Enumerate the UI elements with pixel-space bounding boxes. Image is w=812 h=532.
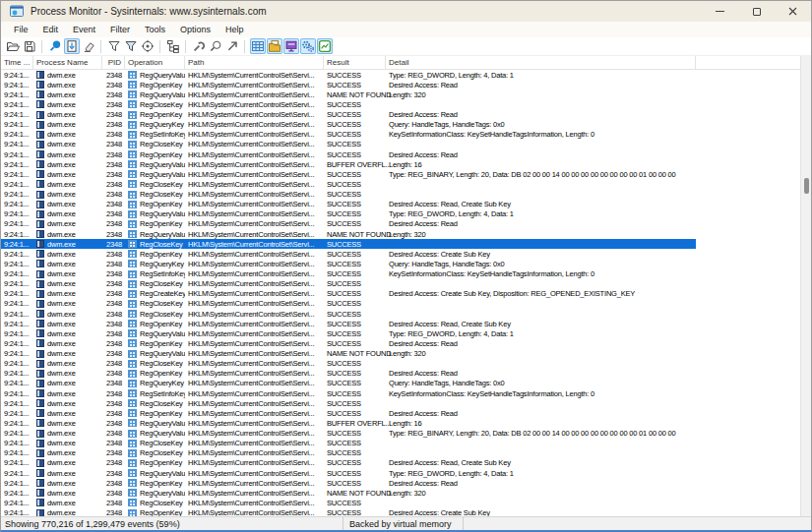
event-path: HKLM\System\CurrentControlSet\Servi... bbox=[185, 239, 324, 249]
event-row[interactable]: 9:24:1...dwm.exe2348RegQueryKeyHKLM\Syst… bbox=[1, 120, 696, 130]
menu-edit[interactable]: Edit bbox=[36, 25, 67, 34]
event-row[interactable]: 9:24:1...dwm.exe2348RegCloseKeyHKLM\Syst… bbox=[1, 398, 696, 408]
minimize-button[interactable] bbox=[702, 1, 738, 22]
event-row[interactable]: 9:24:1...dwm.exe2348RegQueryKeyHKLM\Syst… bbox=[1, 259, 696, 268]
event-row[interactable]: 9:24:1...dwm.exe2348RegOpenKeyHKLM\Syste… bbox=[1, 369, 696, 379]
registry-operation-icon bbox=[128, 111, 137, 119]
event-detail: Length: 16 bbox=[386, 159, 696, 169]
event-row[interactable]: 9:24:1...dwm.exe2348RegOpenKeyHKLM\Syste… bbox=[1, 478, 696, 488]
open-button[interactable] bbox=[5, 38, 21, 54]
event-row[interactable]: 9:24:1...dwm.exe2348RegSetInfoKeyHKLM\Sy… bbox=[1, 130, 696, 140]
event-row[interactable]: 9:24:1...dwm.exe2348RegQueryValueHKLM\Sy… bbox=[1, 488, 696, 498]
show-registry-activity-button[interactable] bbox=[250, 38, 266, 54]
find-button[interactable] bbox=[208, 38, 223, 54]
event-path: HKLM\System\CurrentControlSet\Servi... bbox=[185, 388, 324, 398]
event-detail: Query: HandleTags, HandleTags: 0x0 bbox=[386, 259, 696, 268]
event-row[interactable]: 9:24:1...dwm.exe2348RegQueryKeyHKLM\Syst… bbox=[1, 379, 696, 388]
scrollbar-thumb[interactable] bbox=[804, 178, 809, 194]
jump-to-button[interactable] bbox=[224, 38, 240, 54]
menu-help[interactable]: Help bbox=[219, 25, 252, 34]
event-row[interactable]: 9:24:1...dwm.exe2348RegCloseKeyHKLM\Syst… bbox=[1, 498, 696, 507]
event-row[interactable]: 9:24:1...dwm.exe2348RegCloseKeyHKLM\Syst… bbox=[1, 299, 696, 309]
event-row[interactable]: 9:24:1...dwm.exe2348RegOpenKeyHKLM\Syste… bbox=[1, 408, 696, 418]
event-row[interactable]: 9:24:1...dwm.exe2348RegSetInfoKeyHKLM\Sy… bbox=[1, 388, 696, 398]
show-process-activity-button[interactable] bbox=[300, 38, 316, 54]
event-row[interactable]: 9:24:1...dwm.exe2348RegSetInfoKeyHKLM\Sy… bbox=[1, 269, 696, 279]
event-row[interactable]: 9:24:1...dwm.exe2348RegOpenKeyHKLM\Syste… bbox=[1, 110, 696, 120]
event-row[interactable]: 9:24:1...dwm.exe2348RegCloseKeyHKLM\Syst… bbox=[1, 279, 696, 289]
process-window-icon bbox=[36, 131, 44, 139]
include-process-from-window-button[interactable] bbox=[140, 38, 156, 54]
event-row[interactable]: 9:24:1...dwm.exe2348RegOpenKeyHKLM\Syste… bbox=[1, 458, 696, 468]
event-row[interactable]: 9:24:1...dwm.exe2348RegQueryValueHKLM\Sy… bbox=[1, 159, 696, 169]
event-row[interactable]: 9:24:1...dwm.exe2348RegOpenKeyHKLM\Syste… bbox=[1, 338, 696, 348]
event-row[interactable]: 9:24:1...dwm.exe2348RegCloseKeyHKLM\Syst… bbox=[1, 359, 696, 369]
filter-button[interactable] bbox=[106, 38, 122, 54]
event-row[interactable]: 9:24:1...dwm.exe2348RegOpenKeyHKLM\Syste… bbox=[1, 249, 696, 259]
event-row[interactable]: 9:24:1...dwm.exe2348RegCloseKeyHKLM\Syst… bbox=[1, 448, 696, 458]
statusbar: Showing 770,216 of 1,299,479 events (59%… bbox=[1, 516, 811, 530]
clear-button[interactable] bbox=[81, 38, 96, 54]
column-header-time[interactable]: Time ... bbox=[1, 56, 33, 69]
event-row[interactable]: 9:24:1...dwm.exe2348RegQueryValueHKLM\Sy… bbox=[1, 229, 696, 239]
process-window-icon bbox=[36, 111, 44, 119]
show-file-system-activity-icon bbox=[268, 39, 281, 53]
highlight-button[interactable] bbox=[123, 38, 139, 54]
event-row[interactable]: 9:24:1...dwm.exe2348RegQueryValueHKLM\Sy… bbox=[1, 70, 696, 80]
column-header-pid[interactable]: PID bbox=[102, 56, 125, 69]
process-window-icon bbox=[36, 270, 44, 278]
event-row[interactable]: 9:24:1...dwm.exe2348RegQueryValueHKLM\Sy… bbox=[1, 429, 696, 439]
event-operation: RegCloseKey bbox=[125, 279, 185, 289]
column-header-result[interactable]: Result bbox=[324, 56, 386, 69]
menu-filter[interactable]: Filter bbox=[103, 25, 138, 34]
show-profiling-events-button[interactable] bbox=[317, 38, 333, 54]
event-row[interactable]: 9:24:1...dwm.exe2348RegOpenKeyHKLM\Syste… bbox=[1, 319, 696, 328]
save-button[interactable] bbox=[22, 38, 37, 54]
event-path: HKLM\System\CurrentControlSet\Servi... bbox=[185, 369, 324, 379]
event-row[interactable]: 9:24:1...dwm.exe2348RegQueryValueHKLM\Sy… bbox=[1, 468, 696, 478]
event-row[interactable]: 9:24:1...dwm.exe2348RegQueryValueHKLM\Sy… bbox=[1, 169, 696, 179]
event-row[interactable]: 9:24:1...dwm.exe2348RegCloseKeyHKLM\Syst… bbox=[1, 309, 696, 319]
event-row[interactable]: 9:24:1...dwm.exe2348RegOpenKeyHKLM\Syste… bbox=[1, 200, 696, 209]
capture-button[interactable] bbox=[47, 38, 63, 54]
event-row-selected[interactable]: 9:24:1...dwm.exe2348RegCloseKeyHKLM\Syst… bbox=[1, 239, 696, 249]
event-operation: RegOpenKey bbox=[125, 478, 185, 488]
event-operation: RegSetInfoKey bbox=[125, 388, 185, 398]
column-header-process-name[interactable]: Process Name bbox=[33, 56, 102, 69]
column-header-detail[interactable]: Detail bbox=[386, 56, 696, 69]
event-row[interactable]: 9:24:1...dwm.exe2348RegQueryValueHKLM\Sy… bbox=[1, 328, 696, 338]
autoscroll-button[interactable] bbox=[64, 38, 80, 54]
process-tree-button[interactable] bbox=[165, 38, 181, 54]
event-detail bbox=[386, 279, 696, 289]
event-pid: 2348 bbox=[102, 309, 125, 319]
show-network-activity-button[interactable] bbox=[283, 38, 299, 54]
menu-file[interactable]: File bbox=[7, 25, 36, 34]
maximize-button[interactable] bbox=[738, 1, 775, 22]
event-row[interactable]: 9:24:1...dwm.exe2348RegCloseKeyHKLM\Syst… bbox=[1, 179, 696, 189]
event-row[interactable]: 9:24:1...dwm.exe2348RegCloseKeyHKLM\Syst… bbox=[1, 140, 696, 149]
event-row[interactable]: 9:24:1...dwm.exe2348RegQueryValueHKLM\Sy… bbox=[1, 418, 696, 428]
menu-options[interactable]: Options bbox=[173, 25, 219, 34]
event-result: SUCCESS bbox=[324, 478, 386, 488]
column-header-path[interactable]: Path bbox=[185, 56, 324, 69]
event-row[interactable]: 9:24:1...dwm.exe2348RegOpenKeyHKLM\Syste… bbox=[1, 149, 696, 159]
event-row[interactable]: 9:24:1...dwm.exe2348RegCloseKeyHKLM\Syst… bbox=[1, 190, 696, 200]
event-row[interactable]: 9:24:1...dwm.exe2348RegCreateKeyHKLM\Sys… bbox=[1, 289, 696, 299]
event-detail: Desired Access: Read bbox=[386, 149, 696, 159]
show-file-system-activity-button[interactable] bbox=[267, 38, 282, 54]
column-header-operation[interactable]: Operation bbox=[125, 56, 185, 69]
menu-tools[interactable]: Tools bbox=[138, 25, 173, 34]
close-button[interactable] bbox=[775, 1, 811, 22]
event-row[interactable]: 9:24:1...dwm.exe2348RegCloseKeyHKLM\Syst… bbox=[1, 99, 696, 109]
menu-event[interactable]: Event bbox=[66, 25, 103, 34]
event-detail bbox=[386, 359, 696, 369]
event-row[interactable]: 9:24:1...dwm.exe2348RegQueryValueHKLM\Sy… bbox=[1, 209, 696, 219]
event-row[interactable]: 9:24:1...dwm.exe2348RegQueryValueHKLM\Sy… bbox=[1, 349, 696, 359]
event-row[interactable]: 9:24:1...dwm.exe2348RegOpenKeyHKLM\Syste… bbox=[1, 80, 696, 89]
event-row[interactable]: 9:24:1...dwm.exe2348RegCloseKeyHKLM\Syst… bbox=[1, 439, 696, 448]
event-row[interactable]: 9:24:1...dwm.exe2348RegOpenKeyHKLM\Syste… bbox=[1, 219, 696, 229]
event-path: HKLM\System\CurrentControlSet\Servi... bbox=[185, 359, 324, 369]
jump-to-object-button[interactable] bbox=[191, 38, 207, 54]
vertical-scrollbar[interactable] bbox=[800, 56, 811, 518]
event-row[interactable]: 9:24:1...dwm.exe2348RegQueryValueHKLM\Sy… bbox=[1, 89, 696, 99]
